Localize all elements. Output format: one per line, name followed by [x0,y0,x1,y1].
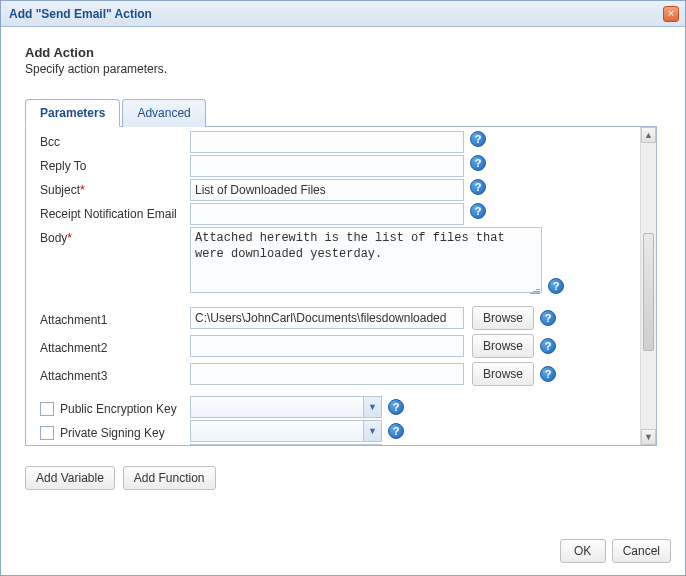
section-subtitle: Specify action parameters. [25,62,665,76]
label-attachment1: Attachment1 [40,309,190,327]
bcc-input[interactable] [190,131,464,153]
subject-input[interactable] [190,179,464,201]
label-bcc: Bcc [40,131,190,149]
close-button[interactable]: × [663,6,679,22]
help-icon[interactable]: ? [540,366,556,382]
public-key-combo[interactable]: ▼ [190,396,382,418]
help-icon[interactable]: ? [470,203,486,219]
public-key-checkbox[interactable] [40,402,54,416]
help-icon[interactable]: ? [548,278,564,294]
cancel-button[interactable]: Cancel [612,539,671,563]
content: Add Action Specify action parameters. Pa… [1,27,685,500]
attachment3-input[interactable] [190,363,464,385]
label-private-key: Private Signing Key [40,422,190,441]
label-attachment2: Attachment2 [40,337,190,355]
retry-limit-combo[interactable]: ▼ [190,444,382,445]
label-reply-to: Reply To [40,155,190,173]
public-key-combo-input[interactable] [191,397,363,417]
titlebar: Add "Send Email" Action × [1,1,685,27]
help-icon[interactable]: ? [388,399,404,415]
browse-button-2[interactable]: Browse [472,334,534,358]
help-icon[interactable]: ? [470,131,486,147]
tab-advanced[interactable]: Advanced [122,99,205,127]
scroll-up-icon[interactable]: ▲ [641,127,656,143]
add-variable-button[interactable]: Add Variable [25,466,115,490]
panel-scroll: Bcc ? Reply To ? Subject* ? [26,127,640,445]
help-icon[interactable]: ? [470,155,486,171]
body-textarea[interactable] [190,227,542,293]
scrollbar-thumb[interactable] [643,233,654,351]
help-icon[interactable]: ? [388,423,404,439]
section-title: Add Action [25,45,665,60]
scroll-down-icon[interactable]: ▼ [641,429,656,445]
browse-button-3[interactable]: Browse [472,362,534,386]
reply-to-input[interactable] [190,155,464,177]
tab-panel-parameters: Bcc ? Reply To ? Subject* ? [25,126,657,446]
label-attachment3: Attachment3 [40,365,190,383]
tabstrip: Parameters Advanced [25,98,665,126]
attachment1-input[interactable] [190,307,464,329]
dialog: Add "Send Email" Action × Add Action Spe… [0,0,686,576]
help-icon[interactable]: ? [540,310,556,326]
label-receipt: Receipt Notification Email [40,203,190,221]
chevron-down-icon[interactable]: ▼ [363,421,381,441]
receipt-input[interactable] [190,203,464,225]
tabs: Parameters Advanced Bcc ? Reply To ? [25,98,665,446]
label-public-key: Public Encryption Key [40,398,190,417]
chevron-down-icon[interactable]: ▼ [363,397,381,417]
label-subject: Subject* [40,179,190,197]
dialog-title: Add "Send Email" Action [9,7,152,21]
add-function-button[interactable]: Add Function [123,466,216,490]
private-key-checkbox[interactable] [40,426,54,440]
attachment2-input[interactable] [190,335,464,357]
bottom-toolbar: Add Variable Add Function [25,466,665,490]
private-key-combo[interactable]: ▼ [190,420,382,442]
dialog-footer: OK Cancel [560,539,671,563]
private-key-combo-input[interactable] [191,421,363,441]
resize-grip-icon[interactable] [528,282,540,294]
browse-button-1[interactable]: Browse [472,306,534,330]
label-body: Body* [40,227,190,245]
help-icon[interactable]: ? [470,179,486,195]
help-icon[interactable]: ? [540,338,556,354]
ok-button[interactable]: OK [560,539,606,563]
tab-parameters[interactable]: Parameters [25,99,120,127]
scrollbar-vertical[interactable]: ▲ ▼ [640,127,656,445]
